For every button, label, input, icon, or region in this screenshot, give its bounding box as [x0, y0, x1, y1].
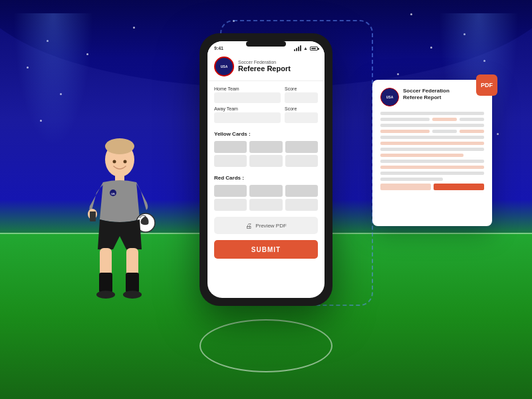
phone-mockup: 9:41 ▲ USA Soccer Federation: [200, 33, 332, 306]
home-score-input[interactable]: [285, 92, 318, 103]
svg-point-10: [96, 291, 115, 299]
svg-point-11: [123, 291, 142, 299]
pdf-btn-2: [434, 184, 484, 190]
pdf-card-buttons: [380, 184, 484, 190]
status-icons: ▲: [294, 45, 318, 51]
preview-pdf-button[interactable]: 🖨 Preview PDF: [214, 217, 318, 234]
print-icon: 🖨: [245, 222, 252, 229]
pdf-col-2: [432, 118, 457, 121]
yellow-card-input-5[interactable]: [249, 155, 282, 167]
status-time: 9:41: [214, 46, 223, 51]
svg-rect-8: [99, 273, 112, 293]
away-score-label: Score: [285, 106, 318, 111]
red-cards-row2: [214, 199, 318, 211]
pdf-line-5: [380, 148, 484, 151]
svg-point-1: [105, 138, 134, 154]
pdf-col-5: [432, 130, 457, 133]
star-decoration: [397, 73, 399, 75]
pdf-col-1: [380, 118, 430, 121]
field-center-circle: [200, 319, 332, 372]
yellow-cards-label: Yellow Cards :: [214, 131, 251, 137]
app-header: USA Soccer Federation Referee Report: [207, 53, 325, 81]
yellow-card-input-6[interactable]: [285, 155, 318, 167]
away-score-group: Score: [285, 106, 318, 123]
red-card-input-6[interactable]: [285, 199, 318, 211]
red-card-input-5[interactable]: [249, 199, 282, 211]
pdf-line-3: [380, 136, 484, 139]
pdf-title: Soccer FederationReferee Report: [403, 88, 450, 102]
svg-point-13: [124, 160, 127, 164]
red-card-input-3[interactable]: [285, 185, 318, 197]
signal-icon: [294, 45, 301, 51]
away-score-input[interactable]: [285, 112, 318, 123]
pdf-line-7: [380, 160, 484, 163]
red-cards-label: Red Cards :: [214, 175, 244, 181]
away-team-label: Away Team: [214, 106, 281, 111]
app-form: Home Team Score Away Team Score: [207, 81, 325, 298]
home-team-row: Home Team Score: [214, 86, 318, 103]
pdf-line-6: [380, 154, 464, 157]
pdf-row-1: [380, 118, 484, 121]
red-cards-section: Red Cards :: [214, 170, 318, 211]
phone-screen: 9:41 ▲ USA Soccer Federation: [207, 41, 325, 298]
svg-rect-9: [126, 273, 139, 293]
svg-point-12: [113, 160, 116, 164]
home-team-group: Home Team: [214, 86, 281, 103]
red-cards-row1: [214, 185, 318, 197]
star-decoration: [430, 47, 432, 49]
home-team-input[interactable]: [214, 92, 281, 103]
pdf-line-10: [380, 178, 443, 181]
home-score-label: Score: [285, 86, 318, 91]
pdf-card-header: USA Soccer FederationReferee Report: [380, 88, 484, 106]
red-card-input-2[interactable]: [249, 185, 282, 197]
yellow-cards-section: Yellow Cards :: [214, 126, 318, 167]
pdf-btn-1: [380, 184, 431, 190]
yellow-card-input-3[interactable]: [285, 141, 318, 153]
svg-rect-4: [90, 211, 96, 221]
yellow-card-input-2[interactable]: [249, 141, 282, 153]
referee-figure: US: [76, 133, 163, 346]
svg-text:US: US: [111, 192, 115, 196]
app-title-area: Soccer Federation Referee Report: [238, 60, 291, 73]
pdf-badge-text: PDF: [481, 82, 493, 88]
home-score-group: Score: [285, 86, 318, 103]
pdf-col-4: [380, 130, 430, 133]
away-team-input[interactable]: [214, 112, 281, 123]
battery-icon: [310, 47, 318, 51]
pdf-line-2: [380, 124, 484, 127]
yellow-cards-row2: [214, 155, 318, 167]
pdf-line-8: [380, 166, 484, 169]
away-team-row: Away Team Score: [214, 106, 318, 123]
pdf-row-2: [380, 130, 484, 133]
submit-button[interactable]: SUBMIT: [214, 240, 318, 259]
app-subtitle: Soccer Federation: [238, 60, 291, 65]
submit-label: SUBMIT: [251, 246, 281, 253]
stadium-light-left: [13, 13, 93, 146]
yellow-card-input-1[interactable]: [214, 141, 247, 153]
preview-pdf-label: Preview PDF: [255, 223, 287, 229]
red-card-input-1[interactable]: [214, 185, 247, 197]
home-team-label: Home Team: [214, 86, 281, 91]
app-logo: USA: [214, 57, 234, 76]
wifi-icon: ▲: [303, 46, 308, 51]
phone-notch: [246, 41, 286, 47]
pdf-logo: USA: [380, 88, 399, 106]
away-team-group: Away Team: [214, 106, 281, 123]
app-title: Referee Report: [238, 65, 291, 73]
pdf-col-6: [460, 130, 484, 133]
yellow-card-input-4[interactable]: [214, 155, 247, 167]
star-decoration: [410, 13, 412, 15]
pdf-line-1: [380, 112, 484, 115]
pdf-line-4: [380, 142, 484, 145]
pdf-title-area: Soccer FederationReferee Report: [403, 88, 450, 102]
pdf-col-3: [460, 118, 484, 121]
pdf-preview-card: PDF USA Soccer FederationReferee Report: [372, 80, 492, 226]
pdf-line-9: [380, 172, 484, 175]
star-decoration: [133, 27, 135, 29]
yellow-cards-row1: [214, 141, 318, 153]
pdf-badge: PDF: [476, 74, 497, 96]
red-card-input-4[interactable]: [214, 199, 247, 211]
